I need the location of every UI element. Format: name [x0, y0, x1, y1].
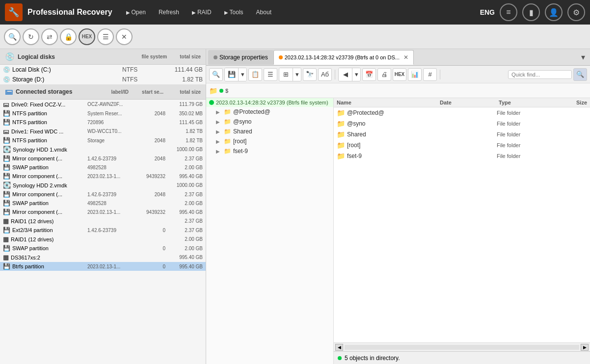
btrfs-partition[interactable]: 💾 Btrfs partition 2023.02.13-1... 0 995.…	[0, 262, 206, 271]
ext-partition[interactable]: 💾 Ext2/3/4 partition 1.42.6-23739 0 2.37…	[0, 226, 206, 234]
swap-partition-2[interactable]: 💾 SWAP partition 4982528 2.00 GB	[0, 199, 206, 208]
raid1-first[interactable]: ▦ RAID1 (12 drives) 2.37 GB	[0, 216, 206, 226]
chart-button[interactable]: 📊	[408, 68, 422, 81]
ntfs-partition-3-icon: 💾	[3, 137, 10, 144]
ntfs-partition-1[interactable]: 💾 NTFS partition System Reser... 2048 35…	[0, 109, 206, 118]
swap-partition-3[interactable]: 💾 SWAP partition 0 2.00 GB	[0, 244, 206, 253]
ds3617-icon: ▦	[3, 254, 9, 261]
battery-button[interactable]: ▮	[522, 3, 540, 21]
ds3617xs[interactable]: ▦ DS3617xs:2 995.40 GB	[0, 253, 206, 262]
left-panel-scroll[interactable]: 🖴 Drive0: Fixed OCZ-V... OCZ-AWNZ0F... 1…	[0, 100, 206, 364]
menu-about[interactable]: About	[252, 7, 275, 18]
tree-syno[interactable]: ▶ 📁 @syno	[206, 117, 333, 127]
ntfs-partition-2[interactable]: 💾 NTFS partition 720896 111.45 GB	[0, 118, 206, 127]
local-disk-c[interactable]: 💿 Local Disk (C:) NTFS 111.44 GB	[0, 65, 206, 75]
lock-button[interactable]: 🔒	[60, 28, 77, 45]
tree-root[interactable]: ▶ 📁 [root]	[206, 136, 333, 146]
expand-protected: ▶	[216, 109, 222, 115]
file-row-root[interactable]: 📁 [root] File folder	[334, 140, 590, 151]
browse-search-button[interactable]: 🔍	[209, 68, 223, 81]
hash-button[interactable]: #	[423, 68, 437, 81]
user-button[interactable]: 👤	[545, 3, 563, 21]
file-list-pane: Name Date Type Size 📁 @Protected@ File f…	[334, 98, 590, 364]
menu-raid[interactable]: ▶ RAID	[188, 7, 215, 18]
quick-find-input[interactable]	[508, 70, 572, 79]
folder-root-icon: 📁	[224, 138, 231, 145]
file-row-syno[interactable]: 📁 @syno File folder	[334, 118, 590, 129]
folder-shared-icon: 📁	[224, 128, 231, 135]
refresh-button[interactable]: ↻	[23, 28, 39, 45]
file-row-fset9[interactable]: 📁 fset-9 File folder	[334, 151, 590, 161]
copy-button[interactable]: 📋	[248, 68, 262, 81]
raid1-second[interactable]: ▦ RAID1 (12 drives) 2.00 GB	[0, 234, 206, 244]
tab-close-button[interactable]: ✕	[403, 54, 408, 61]
scroll-right-button[interactable]: ▶	[581, 344, 589, 351]
font-button[interactable]: Аб	[318, 68, 332, 81]
file-row-shared[interactable]: 📁 Shared File folder	[334, 129, 590, 140]
btrfs-root-node[interactable]: 2023.02.13-14:28:32 v23739 (Btrfs file s…	[206, 98, 333, 107]
tab-bar: Storage properties 2023.02.13-14:28:32 v…	[206, 49, 590, 66]
hex-view-button[interactable]: HEX	[393, 68, 406, 81]
calendar-button[interactable]: 📅	[362, 68, 376, 81]
print-button[interactable]: 🖨	[377, 68, 391, 81]
col-header-size: Size	[548, 100, 587, 105]
expand-syno: ▶	[216, 119, 222, 125]
tab-storage-properties[interactable]: Storage properties	[208, 50, 273, 65]
nav-dropdown-button[interactable]: ▾	[239, 68, 246, 81]
swap-1-icon: 💾	[3, 164, 10, 171]
expand-shared: ▶	[216, 129, 222, 134]
file-row-protected[interactable]: 📁 @Protected@ File folder	[334, 107, 590, 118]
menu-refresh[interactable]: Refresh	[155, 7, 183, 18]
right-panel: Storage properties 2023.02.13-14:28:32 v…	[206, 49, 590, 364]
drive0-icon: 🖴	[3, 101, 9, 108]
scroll-track[interactable]	[345, 345, 579, 350]
text-dropdown-button[interactable]: ▾	[352, 68, 360, 81]
mirror-component-2[interactable]: 💾 Mirror component (... 2023.02.13-1... …	[0, 172, 206, 181]
mirror-2-icon: 💾	[3, 173, 10, 180]
grid-button[interactable]: ⊞	[279, 68, 293, 81]
file-protected-icon: 📁	[337, 109, 345, 117]
nav-save-button[interactable]: 💾	[225, 68, 239, 81]
drive0-item[interactable]: 🖴 Drive0: Fixed OCZ-V... OCZ-AWNZ0F... 1…	[0, 100, 206, 109]
notes-button[interactable]: ≡	[500, 3, 517, 21]
scroll-left-button[interactable]: ◀	[335, 344, 343, 351]
storage-disk-d[interactable]: 💿 Storage (D:) NTFS 1.82 TB	[0, 75, 206, 84]
search-button[interactable]: 🔍	[4, 28, 21, 45]
folder-tree-pane[interactable]: 2023.02.13-14:28:32 v23739 (Btrfs file s…	[206, 98, 334, 364]
settings-button[interactable]: ⚙	[567, 3, 585, 21]
sync-button[interactable]: ⇄	[41, 28, 58, 45]
mirror-component-3[interactable]: 💾 Mirror component (... 1.42.6-23739 204…	[0, 190, 206, 199]
close-button[interactable]: ✕	[116, 28, 133, 45]
language-selector[interactable]: ENG	[480, 8, 495, 16]
synology-hdd1[interactable]: 💽 Synology HDD 1.vmdk 1000.00 GB	[0, 145, 206, 154]
tab-btrfs[interactable]: 2023.02.13-14:28:32 v23739 (Btrfs at 0 o…	[273, 50, 414, 65]
swap-partition-1[interactable]: 💾 SWAP partition 4982528 2.00 GB	[0, 163, 206, 172]
binoculars-button[interactable]: 🔭	[303, 68, 317, 81]
address-folder-icon: 📁	[209, 87, 217, 95]
view-dropdown-button[interactable]: ▾	[293, 68, 301, 81]
horizontal-scrollbar[interactable]: ◀ ▶	[334, 342, 590, 351]
mirror-component-1[interactable]: 💾 Mirror component (... 1.42.6-23739 204…	[0, 154, 206, 163]
list-button[interactable]: ☰	[97, 28, 114, 45]
folder-fset9-icon: 📁	[224, 148, 231, 155]
swap-3-icon: 💾	[3, 245, 10, 252]
drive1-item[interactable]: 🖴 Drive1: Fixed WDC ... WD-WCC1T0... 1.8…	[0, 127, 206, 136]
col-header-date: Date	[440, 100, 499, 105]
mirror-component-4[interactable]: 💾 Mirror component (... 2023.02.13-1... …	[0, 208, 206, 216]
file-list-body[interactable]: 📁 @Protected@ File folder 📁 @syno File f…	[334, 107, 590, 342]
folder-protected-icon: 📁	[224, 108, 231, 115]
menu-tools[interactable]: ▶ Tools	[220, 7, 247, 18]
synology-hdd2[interactable]: 💽 Synology HDD 2.vmdk 1000.00 GB	[0, 181, 206, 190]
quick-find-search-button[interactable]: 🔍	[573, 68, 587, 81]
ntfs-partition-3[interactable]: 💾 NTFS partition Storage 2048 1.82 TB	[0, 136, 206, 145]
text-left-button[interactable]: ◀	[339, 68, 352, 81]
tree-fset9[interactable]: ▶ 📁 fset-9	[206, 146, 333, 156]
tab-dropdown-button[interactable]: ▾	[578, 52, 588, 63]
tree-protected[interactable]: ▶ 📁 @Protected@	[206, 107, 333, 117]
list-view-button[interactable]: ☰	[264, 68, 277, 81]
menu-open[interactable]: ▶ Open	[122, 7, 150, 18]
status-dot	[338, 356, 342, 360]
tree-shared[interactable]: ▶ 📁 Shared	[206, 127, 333, 136]
hex-button[interactable]: HEX	[79, 28, 95, 45]
text-buttons: ◀ ▾	[338, 68, 361, 81]
